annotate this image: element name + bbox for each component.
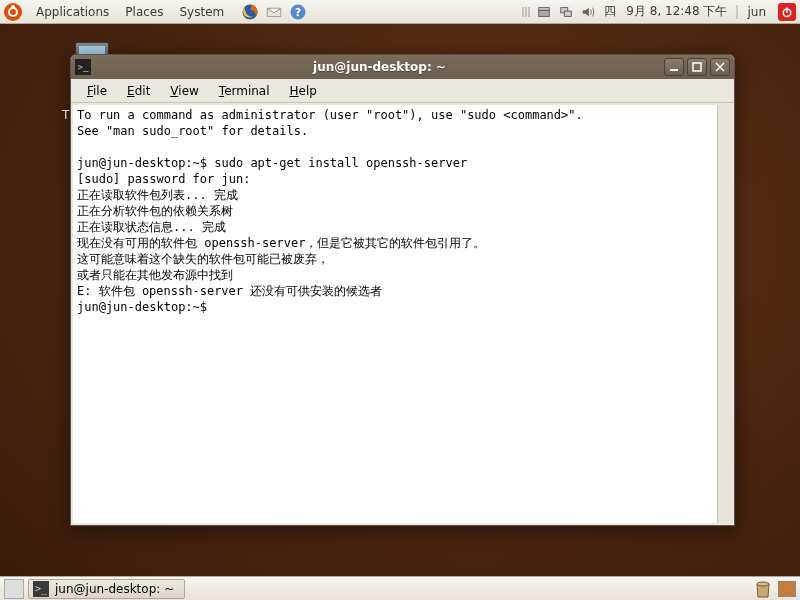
terminal-output[interactable]: To run a command as administrator (user … [73,105,732,523]
edit-menu-label: dit [135,84,151,98]
minimize-button[interactable] [664,58,684,76]
terminal-menu-label: erminal [224,84,269,98]
line: 现在没有可用的软件包 openssh-server，但是它被其它的软件包引用了。 [77,236,485,250]
terminal-scrollbar[interactable] [717,105,732,523]
file-menu-label: ile [93,84,107,98]
svg-rect-4 [539,7,550,10]
system-tray: 四 9月 8, 12:48 下午 jun [522,3,796,21]
svg-rect-11 [693,63,701,71]
taskbar-terminal[interactable]: >_ jun@jun-desktop: ~ [28,579,185,599]
terminal-menubar: Fdocument.currentScript.previousElementS… [71,79,734,103]
line: 正在分析软件包的依赖关系树 [77,204,284,218]
terminal-menu[interactable]: Terminal [209,81,280,101]
taskbar-terminal-icon: >_ [33,581,49,597]
svg-point-12 [757,582,769,586]
line: [sudo] password for jun: [77,172,258,186]
firefox-icon[interactable] [240,2,260,22]
window-title: jun@jun-desktop: ~ [313,60,446,74]
show-desktop-button[interactable] [4,579,24,599]
help-icon[interactable]: ? [288,2,308,22]
line: 正在读取状态信息... 完成 [77,220,276,234]
mail-icon[interactable] [264,2,284,22]
view-menu-label: iew [178,84,199,98]
maximize-button[interactable] [687,58,707,76]
tray-day[interactable]: 四 [602,3,618,20]
bottom-panel: >_ jun@jun-desktop: ~ [0,576,800,600]
volume-icon[interactable] [580,4,596,20]
line: E: 软件包 openssh-server 还没有可供安装的候选者 [77,284,382,298]
user-menu[interactable]: jun [745,5,768,19]
drive-icon[interactable] [536,4,552,20]
window-buttons [664,58,730,76]
line: See "man sudo_root" for details. [77,124,308,138]
tray-divider-icon [735,3,739,21]
taskbar-title: jun@jun-desktop: ~ [55,582,174,596]
ubuntu-logo-icon[interactable] [4,3,22,21]
help-menu[interactable]: Help [280,81,327,101]
system-menu[interactable]: System [171,2,232,22]
terminal-window: >_ jun@jun-desktop: ~ Fdocument.currentS… [70,54,735,526]
terminal-title-icon: >_ [75,59,91,75]
line: 正在读取软件包列表... 完成 [77,188,238,202]
places-menu[interactable]: Places [117,2,171,22]
view-menu[interactable]: View [160,81,208,101]
tray-separator-icon [522,5,530,19]
trash-icon[interactable] [752,580,774,598]
file-menu[interactable]: Fdocument.currentScript.previousElementS… [77,81,117,101]
svg-text:?: ? [295,5,301,17]
network-icon[interactable] [558,4,574,20]
line: jun@jun-desktop:~$ sudo apt-get install … [77,156,467,170]
close-button[interactable] [710,58,730,76]
titlebar[interactable]: >_ jun@jun-desktop: ~ [71,55,734,79]
line: jun@jun-desktop:~$ [77,300,214,314]
applications-menu[interactable]: Applications [28,2,117,22]
shutdown-button[interactable] [778,3,796,21]
launcher-icons: ? [240,2,308,22]
edit-menu[interactable]: Edit [117,81,160,101]
desktop-text-fragment: T [62,108,69,122]
svg-rect-3 [539,10,550,16]
tray-datetime[interactable]: 9月 8, 12:48 下午 [624,3,729,20]
top-panel: Applications Places System ? 四 9月 8, 12:… [0,0,800,24]
svg-rect-6 [565,11,572,16]
line: To run a command as administrator (user … [77,108,583,122]
workspace-pager[interactable] [778,581,796,597]
line: 或者只能在其他发布源中找到 [77,268,233,282]
help-menu-label: elp [299,84,317,98]
line: 这可能意味着这个缺失的软件包可能已被废弃， [77,252,329,266]
